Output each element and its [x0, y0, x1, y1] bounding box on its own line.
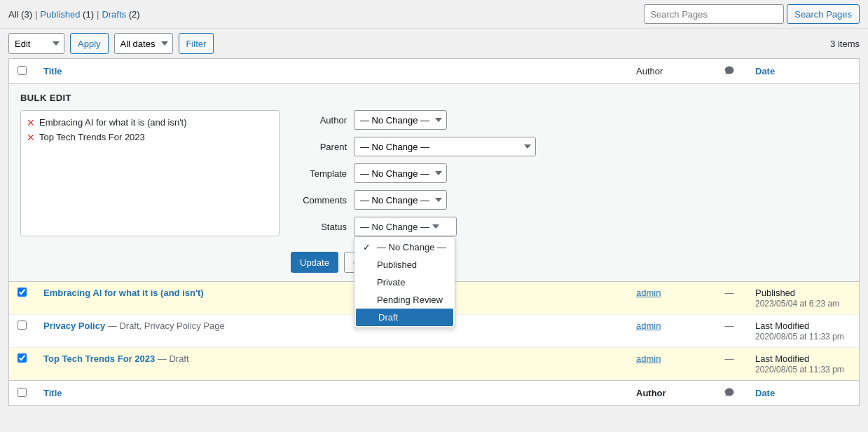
- comments-field-label: Comments: [291, 195, 347, 205]
- row-comments-2: —: [725, 320, 734, 331]
- author-column-header: Author: [628, 59, 712, 84]
- row-date-label-2: Last Modified: [755, 320, 809, 331]
- date-column-header[interactable]: Date: [747, 59, 859, 84]
- parent-field-select[interactable]: — No Change —: [354, 137, 536, 156]
- row-subtitle-3: — Draft: [158, 353, 189, 364]
- status-option-no-change-label: — No Change —: [377, 242, 446, 252]
- status-option-published[interactable]: Published: [354, 256, 455, 274]
- status-option-no-change[interactable]: — No Change —: [354, 238, 455, 256]
- filter-drafts[interactable]: Drafts (2): [102, 9, 139, 20]
- parent-field-row: Parent — No Change —: [291, 137, 848, 156]
- filter-button[interactable]: Filter: [179, 33, 214, 54]
- author-field-select[interactable]: — No Change —: [354, 110, 447, 130]
- comments-column-footer: [712, 381, 747, 406]
- row-date-val-1: 2023/05/04 at 6:23 am: [755, 299, 839, 309]
- status-option-draft-label: Draft: [378, 312, 398, 323]
- status-option-private-label: Private: [377, 277, 405, 288]
- bulk-item: ✕ Embracing AI for what it is (and isn't…: [25, 115, 275, 130]
- bulk-item-label-1: Embracing AI for what it is (and isn't): [39, 117, 187, 128]
- bulk-action-select[interactable]: Edit: [8, 33, 64, 54]
- row-comments-1: —: [725, 288, 734, 298]
- status-dropdown-menu: — No Change — Published Private: [354, 236, 455, 328]
- action-bar: Edit Apply All dates Filter 3 items: [0, 29, 868, 58]
- title-column-header[interactable]: Title: [35, 59, 628, 84]
- update-button[interactable]: Update: [291, 252, 338, 273]
- bulk-item-remove-2[interactable]: ✕: [27, 133, 35, 142]
- row-subtitle-2: — Draft, Privacy Policy Page: [108, 320, 225, 331]
- select-all-checkbox[interactable]: [18, 66, 27, 75]
- comments-field-select[interactable]: — No Change —: [354, 190, 447, 210]
- row-checkbox-2[interactable]: [18, 320, 27, 330]
- status-option-pending-review[interactable]: Pending Review: [354, 291, 455, 309]
- search-input[interactable]: [644, 4, 784, 24]
- bulk-edit-items-panel: ✕ Embracing AI for what it is (and isn't…: [20, 110, 280, 273]
- status-option-published-label: Published: [377, 259, 417, 270]
- author-column-footer: Author: [628, 381, 712, 406]
- bulk-edit-items-list: ✕ Embracing AI for what it is (and isn't…: [20, 110, 280, 236]
- date-filter-select[interactable]: All dates: [114, 33, 173, 54]
- template-field-row: Template — No Change —: [291, 163, 848, 183]
- row-date-label-1: Published: [755, 288, 795, 298]
- row-comments-3: —: [725, 353, 734, 364]
- row-author-3[interactable]: admin: [636, 353, 661, 364]
- bulk-item: ✕ Top Tech Trends For 2023: [25, 130, 275, 144]
- pages-table: Title Author Date: [9, 59, 859, 405]
- bulk-item-label-2: Top Tech Trends For 2023: [39, 132, 145, 142]
- status-field-row: Status — No Change —: [291, 217, 848, 236]
- top-bar: All (3) | Published (1) | Drafts (2) Sea…: [0, 0, 868, 29]
- author-field-label: Author: [291, 115, 347, 126]
- row-title-2[interactable]: Privacy Policy: [43, 320, 105, 331]
- bulk-edit-title: BULK EDIT: [20, 93, 848, 103]
- filter-published[interactable]: Published (1): [40, 9, 94, 20]
- template-field-label: Template: [291, 168, 347, 179]
- template-field-select[interactable]: — No Change —: [354, 163, 447, 183]
- row-author-1[interactable]: admin: [636, 288, 661, 298]
- bulk-edit-body: ✕ Embracing AI for what it is (and isn't…: [20, 110, 848, 273]
- row-title-3[interactable]: Top Tech Trends For 2023: [43, 353, 155, 364]
- row-date-val-3: 2020/08/05 at 11:33 pm: [755, 365, 844, 374]
- select-all-checkbox-footer[interactable]: [18, 388, 27, 397]
- row-title-1[interactable]: Embracing AI for what it is (and isn't): [43, 288, 204, 298]
- comments-column-header: [712, 59, 747, 84]
- apply-button[interactable]: Apply: [70, 33, 109, 54]
- status-select-trigger[interactable]: — No Change —: [354, 217, 457, 236]
- parent-field-label: Parent: [291, 142, 347, 152]
- row-author-2[interactable]: admin: [636, 320, 661, 331]
- filter-all[interactable]: All (3): [8, 9, 32, 20]
- comment-bubble-icon: [724, 65, 735, 78]
- row-date-val-2: 2020/08/05 at 11:33 pm: [755, 332, 844, 342]
- comments-field-row: Comments — No Change —: [291, 190, 848, 210]
- status-field-label: Status: [291, 222, 347, 232]
- search-pages-area: Search Pages: [644, 4, 860, 24]
- bulk-item-remove-1[interactable]: ✕: [27, 118, 35, 128]
- pages-table-wrapper: Title Author Date: [8, 58, 860, 406]
- status-current-value: — No Change —: [360, 222, 429, 232]
- items-count: 3 items: [830, 39, 860, 49]
- bulk-edit-fields: Author — No Change — Parent: [291, 110, 848, 273]
- filter-links: All (3) | Published (1) | Drafts (2): [8, 9, 638, 20]
- select-all-footer: [9, 381, 35, 406]
- comment-bubble-icon-footer: [724, 386, 735, 400]
- title-column-footer[interactable]: Title: [35, 381, 628, 406]
- row-date-label-3: Last Modified: [755, 353, 809, 364]
- status-dropdown-wrapper: — No Change — — No Change —: [354, 217, 457, 236]
- table-row: Top Tech Trends For 2023 — Draft admin —…: [9, 348, 859, 381]
- search-pages-button[interactable]: Search Pages: [787, 4, 860, 24]
- row-checkbox-3[interactable]: [18, 353, 27, 363]
- author-field-row: Author — No Change —: [291, 110, 848, 130]
- date-column-footer[interactable]: Date: [747, 381, 859, 406]
- status-option-draft[interactable]: Draft: [356, 309, 453, 326]
- status-option-private[interactable]: Private: [354, 274, 455, 291]
- bulk-edit-container: BULK EDIT ✕ Embracing AI for what it is …: [9, 84, 859, 281]
- main-content: Title Author Date: [0, 58, 868, 414]
- status-option-pending-review-label: Pending Review: [377, 295, 443, 305]
- select-all-header: [9, 59, 35, 84]
- bulk-edit-row: BULK EDIT ✕ Embracing AI for what it is …: [9, 84, 859, 282]
- chevron-down-icon: [432, 224, 439, 229]
- row-checkbox-1[interactable]: [18, 288, 27, 297]
